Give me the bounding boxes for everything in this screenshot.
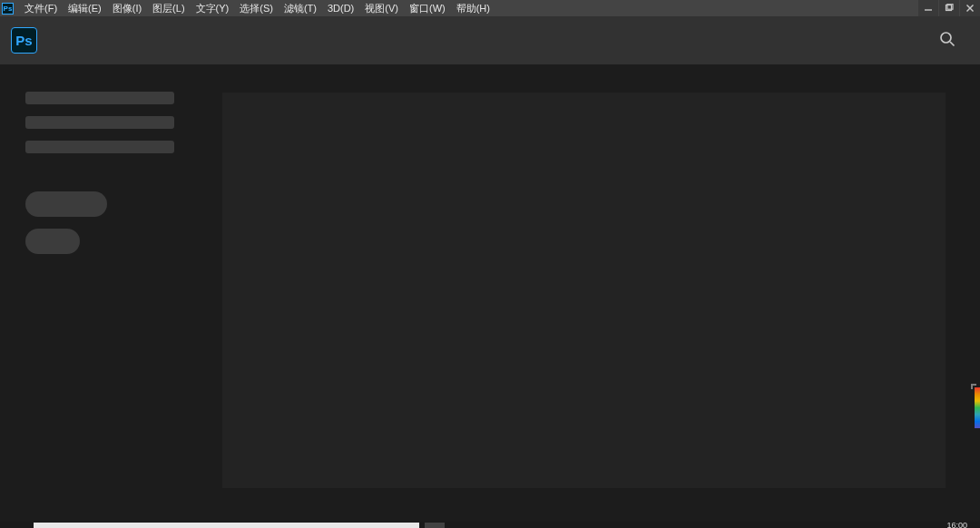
home-screen [0, 64, 980, 528]
photoshop-logo-icon[interactable]: Ps [11, 27, 37, 54]
close-button[interactable] [960, 0, 980, 16]
svg-line-6 [950, 42, 955, 46]
app-root: Ps 文件(F) 编辑(E) 图像(I) 图层(L) 文字(Y) 选择(S) 滤… [0, 0, 980, 528]
home-content [222, 93, 946, 528]
content-skeleton-panel [222, 93, 946, 488]
edge-gradient-widget[interactable] [975, 387, 980, 428]
taskbar-separator [425, 523, 445, 528]
menu-view[interactable]: 视图(V) [359, 2, 404, 15]
taskbar-app-item[interactable] [34, 523, 419, 528]
minimize-button[interactable] [918, 0, 938, 16]
maximize-button[interactable] [939, 0, 959, 16]
search-icon [938, 30, 956, 48]
skeleton-button [25, 229, 80, 254]
window-controls [917, 0, 980, 16]
menu-layer[interactable]: 图层(L) [147, 2, 190, 15]
menu-type[interactable]: 文字(Y) [191, 2, 235, 15]
menu-help[interactable]: 帮助(H) [451, 2, 495, 15]
options-bar: Ps [0, 16, 980, 64]
taskbar-clock: 16:00 [946, 521, 967, 528]
skeleton-line [25, 116, 174, 129]
app-badge-icon: Ps [2, 3, 14, 15]
menu-3d[interactable]: 3D(D) [322, 3, 359, 14]
search-button[interactable] [938, 30, 956, 52]
home-sidebar [0, 64, 222, 528]
menu-filter[interactable]: 滤镜(T) [279, 2, 322, 15]
svg-point-5 [941, 33, 951, 43]
menu-edit[interactable]: 编辑(E) [63, 2, 107, 15]
menu-image[interactable]: 图像(I) [107, 2, 147, 15]
menu-select[interactable]: 选择(S) [234, 2, 279, 15]
os-taskbar: 16:00 [0, 522, 980, 528]
skeleton-button [25, 191, 107, 217]
skeleton-line [25, 141, 174, 153]
menu-window[interactable]: 窗口(W) [404, 2, 451, 15]
skeleton-line [25, 92, 174, 104]
menu-file[interactable]: 文件(F) [19, 2, 63, 15]
menu-bar: Ps 文件(F) 编辑(E) 图像(I) 图层(L) 文字(Y) 选择(S) 滤… [0, 0, 980, 16]
